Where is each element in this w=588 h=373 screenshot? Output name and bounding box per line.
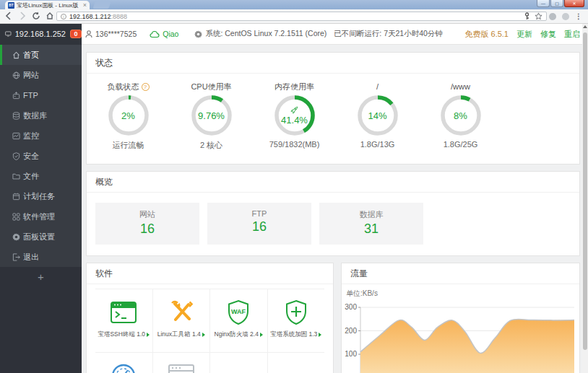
software-app-toolbox[interactable]: Linux工具箱 1.4 [153, 289, 210, 352]
new-tab-button[interactable] [92, 1, 111, 9]
sidebar-item-monitor[interactable]: 监控 [0, 126, 82, 146]
sidebar: 首页 网站 FTP 数据库 监控 安全 文件 计划任务 [0, 45, 82, 373]
svg-text:WAF: WAF [231, 308, 246, 315]
shield-check-icon [12, 152, 20, 160]
help-icon[interactable]: ? [142, 83, 150, 91]
logout-icon [12, 253, 20, 261]
software-panel-title: 软件 [87, 263, 333, 284]
sidebar-item-settings[interactable]: 面板设置 [0, 227, 82, 247]
favicon-bt: BT [8, 2, 14, 9]
sidebar-item-security[interactable]: 安全 [0, 146, 82, 166]
traffic-panel: 流量 单位:KB/s [341, 263, 580, 373]
sidebar-item-software[interactable]: 软件管理 [0, 206, 82, 227]
browser-menu-icon[interactable]: ⋮ [575, 13, 582, 20]
overview-panel: 概览 网站 16 FTP 16 数据库 31 [86, 171, 580, 256]
svg-text:100: 100 [345, 350, 357, 358]
message-badge[interactable]: 0 [70, 30, 82, 38]
terminal-icon [111, 302, 137, 323]
home-icon[interactable] [46, 12, 54, 20]
topbar-user[interactable]: Qiao [150, 30, 178, 38]
address-bar[interactable]: i 192.168.1.212:8888 [56, 12, 547, 21]
software-app-waf[interactable]: WAF Nginx防火墙 2.4 [210, 289, 267, 352]
shield-plus-icon [285, 299, 308, 325]
software-app-6[interactable] [153, 353, 210, 373]
open-arrow-icon [147, 333, 150, 337]
window-close-button[interactable]: ✕ [564, 0, 584, 7]
forward-icon[interactable] [18, 12, 27, 20]
waf-shield-icon: WAF [227, 299, 250, 325]
browser-toolbar: i 192.168.1.212:8888 ⋮ [0, 9, 588, 24]
software-app-harden[interactable]: 宝塔系统加固 1.3 [268, 289, 325, 352]
panel-topbar: 192.168.1.252 0 136****7525 Qiao 系统: Cen… [0, 24, 582, 45]
page-scrollbar[interactable] [582, 24, 588, 373]
overview-box-websites[interactable]: 网站 16 [95, 203, 199, 245]
window-icon [168, 364, 194, 373]
sidebar-item-website[interactable]: 网站 [0, 65, 82, 85]
topbar-uptime: 已不间断运行: 7天21小时40分钟 [334, 29, 443, 39]
extension-icon-2[interactable] [562, 13, 569, 20]
page-info-icon[interactable]: i [61, 14, 66, 19]
traffic-unit-label: 单位:KB/s [346, 289, 576, 299]
gauge-disk-www: /www 8% 1.8G/25G [419, 81, 502, 151]
gauge-icon [111, 363, 137, 373]
extension-icon-1[interactable] [549, 13, 556, 20]
panel-version: 免费版 6.5.1 [464, 29, 509, 40]
gear-icon [194, 30, 202, 38]
gauge-disk-root: / 14% 1.8G/13G [336, 81, 419, 151]
browser-tab[interactable]: BT 宝塔Linux面板 - Linux版 × [5, 1, 90, 9]
tab-close-icon[interactable]: × [83, 2, 87, 9]
user-icon [85, 30, 92, 38]
traffic-panel-title: 流量 [342, 263, 579, 284]
rocket-icon[interactable] [290, 105, 299, 115]
tab-title: 宝塔Linux面板 - Linux版 [17, 1, 81, 9]
status-panel: 状态 负载状态? 2% 运行流畅 CPU使用率 9.76% 2 [86, 52, 580, 164]
sidebar-item-ftp[interactable]: FTP [0, 85, 82, 105]
panel-page: 192.168.1.252 0 136****7525 Qiao 系统: Cen… [0, 24, 582, 373]
restart-link[interactable]: 重启 [564, 29, 580, 40]
window-minimize-button[interactable]: — [537, 0, 550, 7]
traffic-chart: 300 200 100 [343, 300, 576, 373]
sidebar-item-logout[interactable]: 退出 [0, 247, 82, 267]
ftp-icon [12, 92, 20, 100]
svg-text:200: 200 [345, 327, 357, 335]
window-maximize-button[interactable]: ▢ [550, 0, 563, 7]
sidebar-item-files[interactable]: 文件 [0, 166, 82, 186]
software-panel: 软件 宝塔SSH终端 1.0 Linux工具箱 1.4 [86, 263, 334, 373]
open-arrow-icon [319, 333, 321, 337]
overview-box-ftp[interactable]: FTP 16 [207, 203, 311, 245]
gauge-load: 负载状态? 2% 运行流畅 [87, 81, 170, 151]
monitor-chart-icon [12, 132, 20, 140]
open-arrow-icon [202, 333, 205, 337]
software-app-5[interactable] [95, 353, 152, 373]
browser-tabstrip: BT 宝塔Linux面板 - Linux版 × — ▢ ✕ [0, 0, 588, 9]
software-app-ssh[interactable]: 宝塔SSH终端 1.0 [95, 289, 152, 352]
software-cell-empty-1 [210, 353, 267, 373]
sidebar-item-cron[interactable]: 计划任务 [0, 186, 82, 206]
scrollbar-up-arrow[interactable] [583, 25, 587, 28]
svg-text:300: 300 [345, 303, 357, 311]
tools-icon [169, 300, 194, 325]
sidebar-add-button[interactable]: + [0, 267, 82, 373]
password-key-icon[interactable] [524, 12, 530, 20]
sidebar-item-database[interactable]: 数据库 [0, 105, 82, 126]
topbar-system: 系统: CentOS Linux 7.2.1511 (Core) [194, 29, 327, 39]
refresh-icon[interactable] [32, 12, 40, 20]
gauge-memory: 内存使用率 41.4% 759/1832(MB) [253, 81, 336, 151]
url-text: 192.168.1.212:8888 [69, 13, 127, 20]
overview-panel-title: 概览 [87, 172, 579, 193]
back-icon[interactable] [4, 12, 13, 20]
scrollbar-thumb[interactable] [583, 32, 587, 350]
cloud-icon [150, 30, 160, 38]
sidebar-item-home[interactable]: 首页 [0, 45, 82, 65]
bookmark-star-icon[interactable] [535, 12, 542, 20]
update-link[interactable]: 更新 [516, 29, 532, 40]
repair-link[interactable]: 修复 [540, 29, 556, 40]
apps-grid-icon [12, 213, 20, 221]
server-block[interactable]: 192.168.1.252 0 [0, 24, 82, 45]
settings-gear-icon [12, 233, 20, 241]
gauge-cpu: CPU使用率 9.76% 2 核心 [170, 81, 253, 151]
monitor-icon [5, 30, 12, 38]
topbar-phone[interactable]: 136****7525 [85, 30, 137, 38]
home-icon [12, 51, 20, 59]
overview-box-databases[interactable]: 数据库 31 [319, 203, 423, 245]
